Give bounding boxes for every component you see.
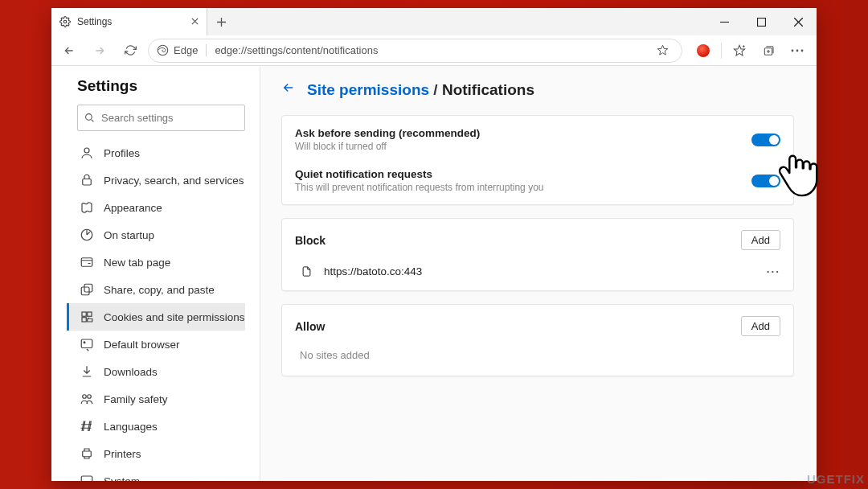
star-icon[interactable] <box>651 39 674 62</box>
back-arrow-icon[interactable] <box>281 80 296 99</box>
sidebar-item-profiles[interactable]: Profiles <box>67 139 245 166</box>
browser-window: Settings Edge edge://settings/content/no… <box>51 8 817 481</box>
sidebar-item-label: System <box>104 475 140 482</box>
url-text: edge://settings/content/notifications <box>207 44 651 56</box>
window-close-button[interactable] <box>780 8 817 35</box>
toolbar-separator <box>721 43 722 59</box>
forward-button[interactable] <box>87 38 113 64</box>
new-tab-button[interactable] <box>207 8 235 35</box>
svg-rect-22 <box>81 476 92 481</box>
search-icon <box>84 113 95 123</box>
edge-icon <box>157 44 169 56</box>
sidebar-item-label: Downloads <box>104 366 158 378</box>
setting-quiet-notifications: Quiet notification requests This will pr… <box>282 160 793 201</box>
blocked-site-url: https://batoto.co:443 <box>324 265 422 277</box>
svg-point-18 <box>84 342 85 343</box>
nav-icon <box>80 392 94 406</box>
sidebar-item-share-copy-and-paste[interactable]: Share, copy, and paste <box>67 276 245 303</box>
tab-settings[interactable]: Settings <box>51 8 207 35</box>
svg-rect-9 <box>83 179 92 186</box>
back-button[interactable] <box>56 38 82 64</box>
breadcrumb: Site permissions / Notifications <box>281 80 794 99</box>
brand-label: Edge <box>174 44 198 56</box>
svg-point-7 <box>86 114 92 121</box>
svg-point-8 <box>84 148 89 153</box>
add-block-button[interactable]: Add <box>741 230 780 250</box>
sidebar-item-new-tab-page[interactable]: New tab page <box>67 249 245 276</box>
allow-empty-message: No sites added <box>282 344 793 372</box>
nav-icon <box>80 255 94 269</box>
svg-rect-1 <box>757 18 765 26</box>
page-icon <box>300 265 313 277</box>
allow-section: Allow Add No sites added <box>281 304 794 376</box>
sidebar-item-label: Privacy, search, and services <box>104 175 244 187</box>
svg-point-19 <box>83 395 87 399</box>
svg-point-0 <box>63 20 67 23</box>
toggle-ask-before-sending[interactable] <box>751 134 780 146</box>
svg-point-4 <box>792 49 794 51</box>
maximize-button[interactable] <box>743 8 780 35</box>
more-options-icon[interactable]: ··· <box>767 265 780 277</box>
address-bar: Edge edge://settings/content/notificatio… <box>51 35 817 66</box>
sidebar-item-default-browser[interactable]: Default browser <box>67 331 245 358</box>
setting-ask-before-sending: Ask before sending (recommended) Will bl… <box>282 119 793 160</box>
close-icon[interactable] <box>191 18 199 27</box>
toggle-quiet-notifications[interactable] <box>751 175 780 187</box>
search-input[interactable]: Search settings <box>77 105 245 131</box>
breadcrumb-link[interactable]: Site permissions <box>307 81 429 98</box>
sidebar-item-downloads[interactable]: Downloads <box>67 358 245 385</box>
sidebar-item-label: Languages <box>104 421 158 433</box>
svg-rect-17 <box>81 339 92 348</box>
svg-rect-15 <box>88 312 92 316</box>
edge-brand: Edge <box>157 44 207 56</box>
settings-sidebar: Settings Search settings ProfilesPrivacy… <box>51 66 260 481</box>
nav-icon <box>80 173 94 187</box>
tab-title: Settings <box>77 16 112 27</box>
sidebar-item-family-safety[interactable]: Family safety <box>67 385 245 413</box>
sidebar-item-label: Appearance <box>104 202 162 214</box>
sidebar-item-privacy-search-and-services[interactable]: Privacy, search, and services <box>67 166 245 194</box>
opera-icon[interactable] <box>692 39 714 62</box>
svg-rect-11 <box>81 258 92 267</box>
sidebar-item-languages[interactable]: Languages <box>67 413 245 440</box>
url-input[interactable]: Edge edge://settings/content/notificatio… <box>148 39 682 63</box>
breadcrumb-separator: / <box>433 81 442 98</box>
sidebar-item-on-startup[interactable]: On startup <box>67 221 245 249</box>
sidebar-item-cookies-and-site-permissions[interactable]: Cookies and site permissions <box>67 303 245 331</box>
refresh-button[interactable] <box>117 38 143 64</box>
sidebar-item-appearance[interactable]: Appearance <box>67 194 245 221</box>
favorites-icon[interactable] <box>728 39 751 62</box>
block-title: Block <box>295 234 326 247</box>
minimize-button[interactable] <box>706 8 743 35</box>
sidebar-item-printers[interactable]: Printers <box>67 440 245 467</box>
svg-rect-14 <box>82 312 86 316</box>
block-section: Block Add https://batoto.co:443 ··· <box>281 218 794 291</box>
sidebar-item-label: Profiles <box>104 147 140 159</box>
nav-icon <box>80 282 94 297</box>
page-title: Settings <box>77 77 245 95</box>
sidebar-item-label: Default browser <box>104 339 180 351</box>
sidebar-item-label: Printers <box>104 448 141 460</box>
toolbar-icons <box>687 39 809 62</box>
sidebar-item-label: New tab page <box>104 257 170 269</box>
svg-rect-13 <box>81 287 89 295</box>
sidebar-item-label: On startup <box>104 229 154 241</box>
window-controls <box>706 8 817 35</box>
nav-icon <box>80 146 94 160</box>
nav-icon <box>80 337 94 351</box>
nav-icon <box>80 474 94 481</box>
blocked-site-row: https://batoto.co:443 ··· <box>282 258 793 287</box>
add-allow-button[interactable]: Add <box>741 316 780 336</box>
nav-icon <box>80 364 94 379</box>
svg-rect-16 <box>82 318 86 322</box>
sidebar-item-system[interactable]: System <box>67 467 245 481</box>
main-panel: Site permissions / Notifications Ask bef… <box>260 66 817 481</box>
svg-point-20 <box>88 395 92 399</box>
collections-icon[interactable] <box>757 39 780 62</box>
menu-icon[interactable] <box>786 39 809 62</box>
gear-icon <box>59 16 71 27</box>
sidebar-item-label: Cookies and site permissions <box>104 311 245 323</box>
content-area: Settings Search settings ProfilesPrivacy… <box>51 66 817 481</box>
svg-point-6 <box>801 49 804 51</box>
svg-rect-21 <box>83 451 92 457</box>
